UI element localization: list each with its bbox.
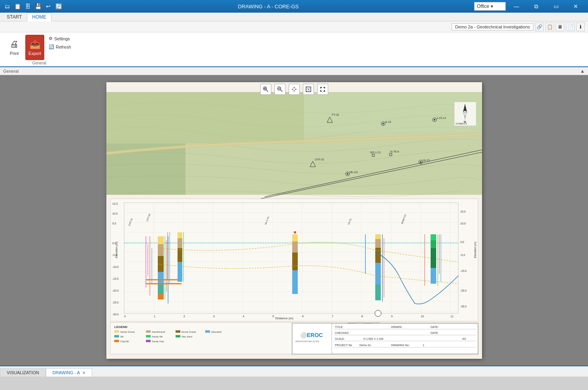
svg-rect-165 bbox=[146, 335, 151, 337]
app-refresh-icon[interactable]: 🔄 bbox=[55, 2, 62, 10]
svg-text:J-15-L4: J-15-L4 bbox=[437, 117, 446, 119]
svg-text:AS: AS bbox=[462, 337, 466, 340]
title-bar-left: 🗂 📋 🗄 💾 ↩ 🔄 bbox=[3, 2, 62, 10]
pan-tool[interactable] bbox=[289, 84, 300, 95]
title-bar-title: DRAWING - A - CORE-GS bbox=[62, 4, 474, 9]
svg-rect-11 bbox=[106, 92, 304, 143]
refresh-label: Refresh bbox=[56, 45, 71, 49]
app-icon-3[interactable]: 🗄 bbox=[24, 2, 32, 10]
svg-rect-93 bbox=[178, 238, 182, 248]
maximize-button[interactable]: ▭ bbox=[547, 0, 565, 13]
ribbon-group-general: 🖨 Print 📤 Export ⚙ Settings 🔄 Refresh Ge… bbox=[3, 34, 79, 65]
svg-line-1 bbox=[266, 90, 268, 92]
svg-rect-101 bbox=[292, 270, 298, 294]
svg-text:Sandy Silt: Sandy Silt bbox=[152, 335, 163, 338]
svg-text:SYMBOLS: SYMBOLS bbox=[456, 122, 467, 125]
close-button[interactable]: ✕ bbox=[567, 0, 585, 13]
export-icon: 📤 bbox=[30, 39, 40, 49]
svg-text:TITLE:: TITLE: bbox=[335, 326, 343, 328]
settings-label: Settings bbox=[54, 36, 70, 41]
svg-text:4: 4 bbox=[243, 315, 244, 318]
svg-text:Silt: Silt bbox=[120, 335, 124, 338]
app-icon-4[interactable]: 💾 bbox=[34, 2, 42, 10]
svg-rect-95 bbox=[178, 262, 182, 282]
svg-text:Silty Sand: Silty Sand bbox=[182, 335, 192, 338]
app-icon-5[interactable]: ↩ bbox=[44, 2, 52, 10]
info-icon[interactable]: ℹ bbox=[576, 23, 585, 31]
print-button[interactable]: 🖨 Print bbox=[5, 35, 24, 60]
svg-text:0: 0 bbox=[124, 315, 126, 318]
svg-rect-155 bbox=[114, 330, 119, 333]
svg-text:Elevation (m): Elevation (m) bbox=[115, 241, 118, 258]
tab-drawing-a[interactable]: DRAWING - A ✕ bbox=[46, 368, 92, 377]
svg-text:1: 1 bbox=[423, 344, 424, 347]
tab-home[interactable]: HOME bbox=[27, 13, 51, 21]
svg-text:CHECKED:: CHECKED: bbox=[335, 332, 349, 334]
refresh-button[interactable]: 🔄 Refresh bbox=[46, 43, 74, 51]
office-chevron: ▾ bbox=[491, 4, 493, 9]
svg-text:1: 1 bbox=[154, 315, 155, 318]
ribbon-tabs: START HOME bbox=[0, 13, 588, 21]
svg-text:INVESTIGATIONS SQ 555: INVESTIGATIONS SQ 555 bbox=[295, 340, 319, 343]
svg-rect-153 bbox=[110, 322, 292, 354]
svg-text:Clay/Silt: Clay/Silt bbox=[120, 340, 129, 343]
expand-min-tool[interactable] bbox=[303, 84, 314, 95]
svg-rect-81 bbox=[158, 244, 164, 256]
collapse-button[interactable]: ▲ bbox=[580, 68, 585, 74]
bottom-tabs: VISUALIZATION DRAWING - A ✕ bbox=[0, 366, 588, 377]
main-area: PT-02 A-15 J-15-L4 NO-1-CL N-76-A Ho CL … bbox=[0, 75, 588, 366]
svg-text:Sandy Clay: Sandy Clay bbox=[152, 340, 164, 343]
ribbon-buttons: 🖨 Print 📤 Export ⚙ Settings 🔄 Refresh bbox=[5, 35, 74, 60]
restore-button[interactable]: ⧉ bbox=[527, 0, 545, 13]
monitor-icon[interactable]: 🖥 bbox=[556, 23, 564, 31]
canvas-toolbar bbox=[260, 84, 328, 95]
minimize-button[interactable]: — bbox=[507, 0, 526, 13]
document-icon[interactable]: 📄 bbox=[566, 23, 575, 31]
svg-text:DATE:: DATE: bbox=[431, 326, 439, 328]
link-icon[interactable]: 🔗 bbox=[535, 23, 544, 31]
svg-rect-106 bbox=[375, 248, 381, 263]
app-icon-1[interactable]: 🗂 bbox=[3, 2, 11, 10]
tab-close-icon[interactable]: ✕ bbox=[82, 371, 85, 375]
app-icon-2[interactable]: 📋 bbox=[13, 2, 21, 10]
svg-rect-117 bbox=[431, 240, 436, 248]
svg-text:-5.0: -5.0 bbox=[460, 254, 465, 256]
settings-button[interactable]: ⚙ Settings bbox=[46, 35, 74, 42]
ribbon-small-group: ⚙ Settings 🔄 Refresh bbox=[46, 35, 74, 51]
svg-text:7: 7 bbox=[332, 315, 333, 318]
svg-text:Dense Gravel: Dense Gravel bbox=[182, 331, 196, 333]
svg-text:DRAWING No:: DRAWING No: bbox=[391, 344, 409, 347]
svg-text:Saturated: Saturated bbox=[211, 331, 221, 333]
svg-text:Elevation (m): Elevation (m) bbox=[474, 241, 477, 258]
export-button[interactable]: 📤 Export bbox=[25, 35, 44, 60]
svg-text:Demo 2a: Demo 2a bbox=[359, 344, 371, 347]
svg-rect-119 bbox=[431, 268, 436, 284]
svg-text:DRAWN:: DRAWN: bbox=[391, 326, 402, 328]
svg-text:Sandy Gravel: Sandy Gravel bbox=[120, 331, 134, 333]
svg-rect-100 bbox=[292, 252, 298, 270]
copy-icon[interactable]: 📋 bbox=[545, 23, 554, 31]
svg-rect-105 bbox=[375, 239, 381, 248]
svg-text:-20.0: -20.0 bbox=[112, 289, 119, 292]
svg-rect-163 bbox=[114, 335, 119, 337]
svg-text:-25.0: -25.0 bbox=[460, 289, 467, 292]
svg-text:-30.0: -30.0 bbox=[112, 313, 119, 316]
svg-text:15.0: 15.0 bbox=[460, 210, 466, 213]
svg-rect-161 bbox=[205, 330, 210, 333]
svg-rect-157 bbox=[146, 330, 151, 333]
svg-rect-171 bbox=[146, 340, 151, 342]
svg-text:-15.0: -15.0 bbox=[460, 269, 467, 272]
zoom-in-tool[interactable] bbox=[260, 84, 271, 95]
svg-rect-107 bbox=[375, 263, 381, 284]
zoom-out-tool[interactable] bbox=[274, 84, 285, 95]
svg-text:Hk-1/2: Hk-1/2 bbox=[350, 171, 358, 173]
svg-rect-98 bbox=[292, 234, 298, 241]
expand-max-tool[interactable] bbox=[317, 84, 328, 95]
tab-visualization[interactable]: VISUALIZATION bbox=[0, 368, 46, 377]
svg-rect-167 bbox=[176, 335, 180, 337]
svg-text:0.0: 0.0 bbox=[460, 241, 464, 243]
tab-start[interactable]: START bbox=[2, 13, 27, 21]
office-dropdown[interactable]: Office ▾ bbox=[474, 2, 506, 11]
svg-rect-92 bbox=[178, 232, 182, 238]
svg-point-34 bbox=[347, 173, 348, 175]
